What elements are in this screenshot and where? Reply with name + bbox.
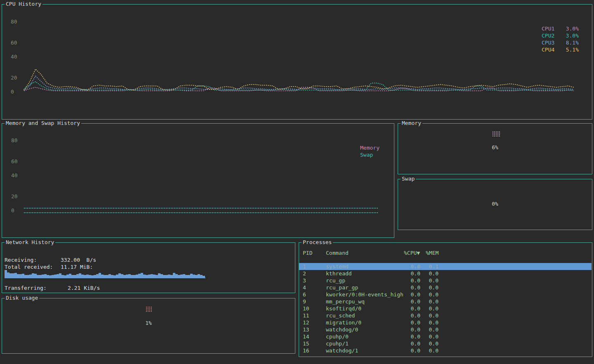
process-pid: 4 bbox=[303, 284, 326, 291]
process-pid: 16 bbox=[303, 347, 326, 354]
cpu1-label: CPU1 bbox=[542, 25, 554, 32]
processes-title: Processes bbox=[302, 239, 333, 246]
process-row[interactable]: 13watchdog/00.00.0 bbox=[299, 326, 592, 333]
cpu-ytick-0: 0 bbox=[11, 89, 14, 95]
disk-usage-title: Disk usage bbox=[5, 295, 39, 301]
process-mem: 0.0 bbox=[424, 319, 441, 326]
process-command: migration/0 bbox=[326, 319, 404, 326]
cpu-ytick-20: 20 bbox=[11, 75, 17, 81]
memswap-ytick-40: 40 bbox=[11, 172, 18, 179]
network-history-title: Network History bbox=[5, 239, 55, 246]
process-pid: 3 bbox=[303, 277, 326, 284]
cpu-history-panel: CPU History 80 60 40 20 0 CPU13.0% CPU23… bbox=[2, 4, 592, 120]
process-cpu: 0.0 bbox=[404, 319, 424, 326]
column-command[interactable]: Command bbox=[326, 249, 404, 256]
disk-gauge-percent: 1% bbox=[2, 319, 295, 326]
memory-gauge-percent: 6% bbox=[398, 144, 592, 151]
receiving-label: Receiving: bbox=[5, 256, 61, 263]
process-mem: 0.0 bbox=[424, 270, 441, 277]
process-row[interactable]: 4rcu_par_gp0.00.0 bbox=[299, 284, 592, 291]
network-history-panel: Network History Receiving:332.00 B/s Tot… bbox=[2, 242, 295, 293]
process-pid: 1 bbox=[303, 263, 326, 270]
process-row[interactable]: 16watchdog/10.00.0 bbox=[299, 347, 592, 354]
process-cpu: 0.0 bbox=[404, 340, 424, 347]
process-cpu: 0.0 bbox=[404, 263, 424, 270]
process-cpu: 0.0 bbox=[404, 284, 424, 291]
process-command: watchdog/0 bbox=[326, 326, 404, 333]
receiving-value: 332.00 B/s bbox=[61, 257, 96, 263]
memswap-ytick-20: 20 bbox=[11, 193, 18, 200]
process-pid: 2 bbox=[303, 270, 326, 277]
cpu-ytick-60: 60 bbox=[11, 40, 17, 46]
process-row[interactable]: 14cpuhp/00.00.0 bbox=[299, 333, 592, 340]
cpu3-legend: CPU38.1% bbox=[542, 39, 579, 46]
column-mem[interactable]: %MEM bbox=[424, 249, 441, 256]
memory-gauge-panel: Memory 6% bbox=[398, 123, 592, 174]
process-row[interactable]: 2kthreadd0.00.0 bbox=[299, 270, 592, 277]
cpu1-legend: CPU13.0% bbox=[542, 25, 579, 32]
network-transferring-line: Transferring:2.21 KiB/s bbox=[5, 284, 100, 291]
process-mem: 0.0 bbox=[424, 333, 441, 340]
processes-panel: Processes PID Command %CPU▼ %MEM 1system… bbox=[299, 242, 592, 357]
process-pid: 6 bbox=[303, 291, 326, 298]
transferring-value: 2.21 KiB/s bbox=[68, 285, 100, 291]
memory-swap-history-panel: Memory and Swap History 80 60 40 20 0 Me… bbox=[2, 123, 394, 238]
process-command: mm_percpu_wq bbox=[326, 298, 404, 305]
network-receive-sparkline bbox=[5, 269, 207, 278]
memswap-ytick-60: 60 bbox=[11, 158, 18, 165]
column-cpu-sort[interactable]: %CPU▼ bbox=[404, 249, 424, 256]
cpu3-label: CPU3 bbox=[542, 39, 554, 46]
process-cpu: 0.0 bbox=[404, 333, 424, 340]
process-mem: 0.0 bbox=[424, 298, 441, 305]
process-cpu: 0.0 bbox=[404, 291, 424, 298]
process-command: kthreadd bbox=[326, 270, 404, 277]
swap-usage-line bbox=[24, 212, 378, 213]
cpu3-value: 8.1% bbox=[566, 39, 579, 46]
process-cpu: 0.0 bbox=[404, 298, 424, 305]
process-mem: 0.1 bbox=[424, 263, 441, 270]
process-row[interactable]: 11rcu_sched0.00.0 bbox=[299, 312, 592, 319]
process-row[interactable]: 3rcu_gp0.00.0 bbox=[299, 277, 592, 284]
memory-gauge-dots-icon bbox=[492, 131, 501, 137]
process-cpu: 0.0 bbox=[404, 326, 424, 333]
process-row[interactable]: 15cpuhp/10.00.0 bbox=[299, 340, 592, 347]
memory-usage-line bbox=[24, 208, 378, 209]
process-mem: 0.0 bbox=[424, 277, 441, 284]
process-pid: 11 bbox=[303, 312, 326, 319]
swap-gauge-title: Swap bbox=[401, 176, 416, 182]
column-pid[interactable]: PID bbox=[303, 249, 326, 256]
cpu-ytick-40: 40 bbox=[11, 54, 17, 60]
memory-swap-history-title: Memory and Swap History bbox=[5, 120, 81, 127]
memory-gauge-title: Memory bbox=[401, 120, 422, 127]
disk-usage-panel: Disk usage 1% bbox=[2, 298, 295, 354]
swap-gauge-percent: 0% bbox=[398, 200, 592, 207]
processes-header: PID Command %CPU▼ %MEM bbox=[299, 249, 592, 256]
process-row[interactable]: 6kworker/0:0H-events_high0.00.0 bbox=[299, 291, 592, 298]
process-cpu: 0.0 bbox=[404, 270, 424, 277]
process-cpu: 0.0 bbox=[404, 305, 424, 312]
cpu2-legend: CPU23.0% bbox=[542, 32, 579, 39]
process-command: rcu_gp bbox=[326, 277, 404, 284]
process-row[interactable]: 10ksoftirqd/00.00.0 bbox=[299, 305, 592, 312]
process-pid: 9 bbox=[303, 298, 326, 305]
process-pid: 12 bbox=[303, 319, 326, 326]
process-cpu: 0.0 bbox=[404, 277, 424, 284]
memory-legend: Memory bbox=[360, 144, 380, 151]
process-row[interactable]: 12migration/00.00.0 bbox=[299, 319, 592, 326]
process-row[interactable]: 1systemd0.00.1 bbox=[299, 263, 592, 270]
process-command: rcu_par_gp bbox=[326, 284, 404, 291]
process-cpu: 0.0 bbox=[404, 312, 424, 319]
cpu1-value: 3.0% bbox=[566, 25, 579, 32]
process-command: systemd bbox=[326, 263, 404, 270]
process-cpu: 0.0 bbox=[404, 347, 424, 354]
cpu2-value: 3.0% bbox=[566, 32, 579, 39]
network-receiving-line: Receiving:332.00 B/s bbox=[5, 256, 96, 263]
process-row[interactable]: 9mm_percpu_wq0.00.0 bbox=[299, 298, 592, 305]
cpu4-label: CPU4 bbox=[542, 46, 554, 53]
disk-gauge-dots-icon bbox=[146, 306, 153, 312]
cpu2-label: CPU2 bbox=[542, 32, 554, 39]
process-command: cpuhp/0 bbox=[326, 333, 404, 340]
cpu-history-title: CPU History bbox=[5, 1, 42, 7]
cpu-ytick-80: 80 bbox=[11, 19, 17, 25]
swap-gauge-panel: Swap 0% bbox=[398, 179, 592, 230]
